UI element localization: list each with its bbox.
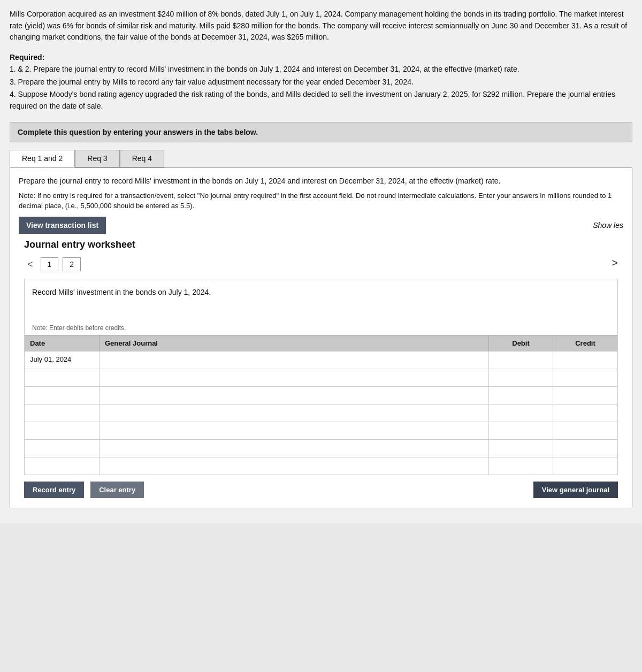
table-row: July 01, 2024 [25,351,617,369]
cell-journal-6[interactable] [100,457,489,475]
cell-journal-0[interactable] [100,352,489,369]
input-debit-6[interactable] [494,461,547,469]
input-credit-1[interactable] [559,373,612,381]
cell-debit-1[interactable] [489,369,553,386]
worksheet-container: Record Mills' investment in the bonds on… [24,279,618,475]
cell-journal-3[interactable] [100,404,489,422]
input-journal-2[interactable] [105,391,483,399]
input-journal-1[interactable] [105,373,483,381]
table-row [25,439,617,457]
content-area: Prepare the journal entry to record Mill… [10,167,632,508]
table-row [25,369,617,386]
clear-entry-button[interactable]: Clear entry [90,482,144,498]
required-item-3: 3. Prepare the journal entry by Mills to… [10,77,632,88]
input-journal-6[interactable] [105,461,483,469]
input-credit-5[interactable] [559,444,612,452]
cell-date-6 [25,457,100,475]
input-credit-2[interactable] [559,391,612,399]
cell-date-1 [25,369,100,386]
input-credit-0[interactable] [559,355,612,363]
col-general-journal: General Journal [100,335,489,351]
cell-debit-5[interactable] [489,440,553,457]
col-credit: Credit [553,335,617,351]
tab-req-1-2[interactable]: Req 1 and 2 [10,150,75,167]
input-debit-0[interactable] [494,355,547,363]
table-row [25,422,617,439]
tab-req-4[interactable]: Req 4 [120,150,164,167]
next-page-button[interactable]: > [612,257,618,269]
tab-req-3[interactable]: Req 3 [75,150,119,167]
required-section: Required: 1. & 2. Prepare the journal en… [10,53,632,112]
prev-page-button[interactable]: < [24,257,36,272]
col-date: Date [25,335,100,351]
input-journal-0[interactable] [105,355,483,363]
input-journal-5[interactable] [105,444,483,452]
tabs-row: Req 1 and 2 Req 3 Req 4 [10,150,632,167]
table-row [25,457,617,475]
cell-date-2 [25,387,100,404]
bottom-buttons: Record entry Clear entry View general jo… [24,482,618,498]
complete-banner: Complete this question by entering your … [10,122,632,142]
show-les-link[interactable]: Show les [593,221,623,230]
record-entry-button[interactable]: Record entry [24,482,84,498]
cell-journal-2[interactable] [100,387,489,404]
col-debit: Debit [489,335,553,351]
cell-credit-0[interactable] [553,352,617,369]
action-row: View transaction list Show les [19,217,623,234]
intro-paragraph: Mills Corporation acquired as an investm… [10,9,632,43]
cell-credit-1[interactable] [553,369,617,386]
page-num-2[interactable]: 2 [63,257,81,271]
page-num-1[interactable]: 1 [41,257,59,271]
cell-journal-4[interactable] [100,422,489,439]
input-debit-5[interactable] [494,444,547,452]
cell-credit-2[interactable] [553,387,617,404]
required-item-1: 1. & 2. Prepare the journal entry to rec… [10,64,632,75]
note-enter: Note: Enter debits before credits. [25,322,617,335]
journal-section: Journal entry worksheet < 1 2 > Record M… [19,239,623,498]
cell-date-4 [25,422,100,439]
table-row [25,404,617,422]
cell-debit-0[interactable] [489,352,553,369]
table-row [25,386,617,404]
required-item-4: 4. Suppose Moody's bond rating agency up… [10,89,632,112]
cell-debit-6[interactable] [489,457,553,475]
content-instructions: Prepare the journal entry to record Mill… [19,175,623,187]
input-debit-4[interactable] [494,426,547,434]
cell-credit-6[interactable] [553,457,617,475]
cell-date-0: July 01, 2024 [25,352,100,369]
cell-journal-1[interactable] [100,369,489,386]
view-transaction-button[interactable]: View transaction list [19,217,106,234]
journal-title: Journal entry worksheet [24,239,618,250]
cell-credit-3[interactable] [553,404,617,422]
input-journal-4[interactable] [105,426,483,434]
cell-debit-3[interactable] [489,404,553,422]
cell-debit-4[interactable] [489,422,553,439]
record-description: Record Mills' investment in the bonds on… [25,279,617,322]
view-general-journal-button[interactable]: View general journal [533,482,618,498]
content-note: Note: If no entry is required for a tran… [19,190,623,211]
input-debit-3[interactable] [494,408,547,416]
input-debit-1[interactable] [494,373,547,381]
input-debit-2[interactable] [494,391,547,399]
input-journal-3[interactable] [105,408,483,416]
input-credit-4[interactable] [559,426,612,434]
input-credit-3[interactable] [559,408,612,416]
nav-row: < 1 2 > [24,257,618,272]
cell-credit-5[interactable] [553,440,617,457]
cell-date-5 [25,440,100,457]
input-credit-6[interactable] [559,461,612,469]
cell-credit-4[interactable] [553,422,617,439]
table-header: Date General Journal Debit Credit [25,335,617,351]
cell-debit-2[interactable] [489,387,553,404]
required-title: Required: [10,53,632,62]
cell-journal-5[interactable] [100,440,489,457]
cell-date-3 [25,404,100,422]
